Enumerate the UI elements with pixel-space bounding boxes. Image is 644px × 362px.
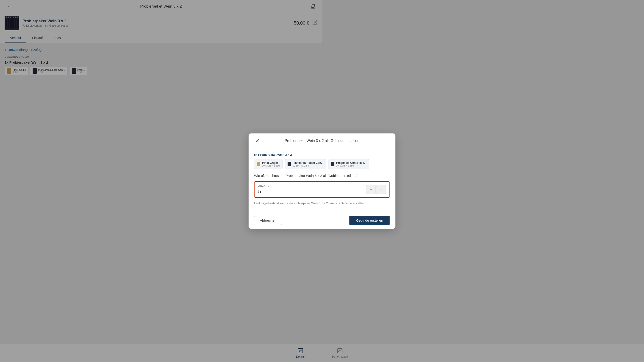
modal-chip-detail-2: 10 Stk (5 x 2 Stk) [292,164,322,167]
modal-title: Probierpaket Wein 3 x 2 als Gebinde erst… [260,139,322,143]
modal-section-label: 5x Probierpaket Wein 3 x 2 [254,153,322,156]
modal-body: 5x Probierpaket Wein 3 x 2 Pinot Grigio … [248,148,322,181]
modal-question: Wie oft möchtest du Probierpaket Wein 3 … [254,174,322,178]
modal-chip-name-1: Pinot Grigio [262,161,280,164]
modal-chips-row: Pinot Grigio 10 Stk (5 x 2 Stk) Piancard… [254,159,322,169]
modal-chip-2: Piancarda Rosso Con... 10 Stk (5 x 2 Stk… [284,159,322,169]
modal-chip-detail-1: 10 Stk (5 x 2 Stk) [262,164,280,167]
modal-dialog: Probierpaket Wein 3 x 2 als Gebinde erst… [248,133,322,181]
modal-header: Probierpaket Wein 3 x 2 als Gebinde erst… [248,133,322,148]
modal-close-button[interactable] [254,138,260,144]
modal-overlay: Probierpaket Wein 3 x 2 als Gebinde erst… [0,0,322,181]
modal-chip-name-2: Piancarda Rosso Con... [292,161,322,164]
modal-chip-icon-2 [288,162,291,166]
modal-chip-1: Pinot Grigio 10 Stk (5 x 2 Stk) [254,159,283,169]
close-icon [255,139,260,143]
modal-chip-icon-1 [257,162,260,166]
